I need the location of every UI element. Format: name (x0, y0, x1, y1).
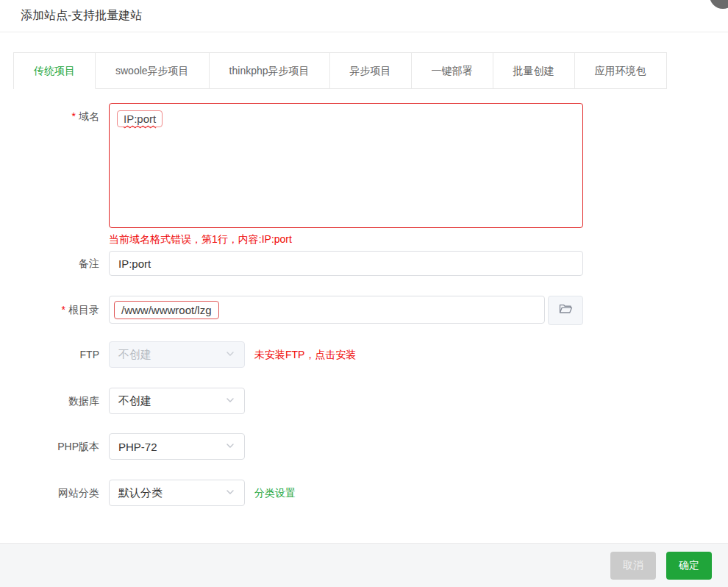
browse-directory-button[interactable] (548, 296, 583, 325)
database-select[interactable]: 不创建 (109, 388, 245, 414)
tab-thinkphp-async-project[interactable]: thinkphp异步项目 (210, 53, 330, 89)
tab-bar: 传统项目 swoole异步项目 thinkphp异步项目 异步项目 一键部署 批… (13, 52, 667, 89)
dialog-footer: 取消 确定 (0, 543, 728, 587)
php-version-row: PHP版本 PHP-72 (0, 433, 728, 460)
domain-error-message: 当前域名格式错误，第1行，内容:IP:port (109, 233, 728, 246)
chevron-down-icon (225, 395, 235, 408)
root-label: *根目录 (0, 296, 109, 324)
site-category-row: 网站分类 默认分类 分类设置 (0, 480, 728, 506)
tab-app-environment-pack[interactable]: 应用环境包 (575, 53, 667, 89)
php-selected-value: PHP-72 (118, 441, 157, 453)
folder-icon (558, 302, 573, 319)
root-value-highlight: /www/wwwroot/lzg (114, 301, 219, 319)
tab-batch-create[interactable]: 批量创建 (493, 53, 575, 89)
domain-value-highlight: IP:port (117, 110, 163, 127)
database-row: 数据库 不创建 (0, 388, 728, 414)
tab-async-project[interactable]: 异步项目 (330, 53, 412, 89)
database-selected-value: 不创建 (118, 394, 151, 408)
cancel-button[interactable]: 取消 (610, 552, 656, 580)
php-version-select[interactable]: PHP-72 (109, 433, 245, 460)
database-label: 数据库 (0, 388, 109, 414)
domain-label: *域名 (0, 103, 109, 124)
chevron-down-icon (225, 349, 235, 361)
ftp-not-installed-link[interactable]: 未安装FTP，点击安装 (254, 341, 356, 368)
root-row: *根目录 /www/wwwroot/lzg (0, 296, 728, 325)
ftp-row: FTP 不创建 未安装FTP，点击安装 (0, 341, 728, 368)
confirm-button[interactable]: 确定 (666, 552, 712, 580)
domain-row: *域名 IP:port (0, 103, 728, 228)
domain-textarea[interactable]: IP:port (109, 103, 583, 228)
ftp-selected-value: 不创建 (118, 348, 151, 362)
tab-swoole-async-project[interactable]: swoole异步项目 (96, 53, 210, 89)
tab-one-click-deploy[interactable]: 一键部署 (412, 53, 493, 89)
chevron-down-icon (225, 441, 235, 453)
chevron-down-icon (225, 487, 235, 499)
note-label: 备注 (0, 251, 109, 276)
required-asterisk: * (72, 110, 76, 122)
category-settings-link[interactable]: 分类设置 (254, 480, 296, 506)
ftp-select[interactable]: 不创建 (109, 341, 245, 368)
dialog-title: 添加站点-支持批量建站 (21, 8, 142, 24)
category-selected-value: 默认分类 (118, 486, 163, 500)
note-input[interactable] (109, 251, 583, 276)
note-row: 备注 (0, 251, 728, 276)
form-panel: *域名 IP:port 当前域名格式错误，第1行，内容:IP:port 备注 *… (0, 89, 728, 506)
tab-traditional-project[interactable]: 传统项目 (14, 53, 96, 89)
add-site-dialog: 添加站点-支持批量建站 传统项目 swoole异步项目 thinkphp异步项目… (0, 0, 728, 587)
php-version-label: PHP版本 (0, 433, 109, 460)
root-directory-input[interactable]: /www/wwwroot/lzg (109, 296, 545, 324)
dialog-header: 添加站点-支持批量建站 (0, 0, 728, 32)
site-category-label: 网站分类 (0, 480, 109, 506)
ftp-label: FTP (0, 341, 109, 368)
required-asterisk: * (62, 304, 65, 316)
site-category-select[interactable]: 默认分类 (109, 480, 245, 506)
